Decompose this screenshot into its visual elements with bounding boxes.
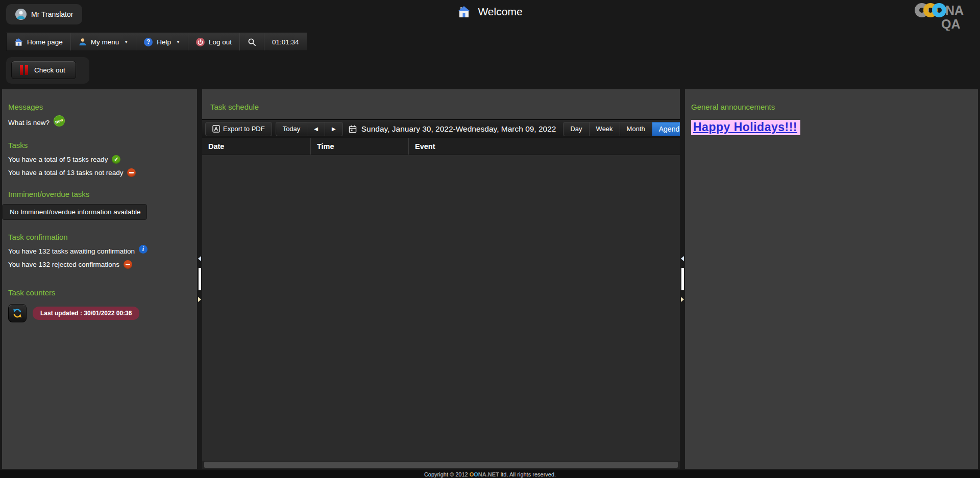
nav-home-label: Home page xyxy=(27,38,63,46)
nav-help[interactable]: ? Help ▼ xyxy=(136,33,188,51)
brand-letter-o1: O xyxy=(470,471,474,477)
view-switcher: Day Week Month Agenda xyxy=(563,122,691,136)
search-icon xyxy=(248,38,256,46)
what-is-new-label: What is new? xyxy=(8,119,50,127)
nav-log-out[interactable]: Log out xyxy=(188,33,240,51)
imminent-section: Imminent/overdue tasks No Imminent/overd… xyxy=(8,190,192,220)
announcements-title: General announcements xyxy=(691,103,973,111)
counters-row: Last updated : 30/01/2022 00:36 xyxy=(8,304,192,322)
search-button[interactable] xyxy=(240,33,264,51)
chevron-down-icon: ▼ xyxy=(176,40,180,44)
date-nav-group: Today ◀ ▶ xyxy=(276,122,343,136)
view-month-label: Month xyxy=(627,125,645,133)
footer: Copyright © 2012 OONA.NET ltd. All right… xyxy=(0,470,980,478)
collapse-right-icon[interactable] xyxy=(681,297,684,302)
prev-icon: ◀ xyxy=(314,126,318,132)
view-day-label: Day xyxy=(570,125,582,133)
home-welcome-icon xyxy=(457,5,471,18)
svg-text:QA: QA xyxy=(941,17,961,31)
checkout-container: Check out xyxy=(6,57,89,84)
power-icon xyxy=(196,38,205,46)
info-icon: i xyxy=(139,245,148,254)
view-week-button[interactable]: Week xyxy=(589,122,620,136)
left-splitter xyxy=(197,89,202,469)
splitter-handle[interactable] xyxy=(681,268,684,290)
view-day-button[interactable]: Day xyxy=(563,122,589,136)
agenda-empty-body xyxy=(202,155,680,461)
today-label: Today xyxy=(283,125,301,133)
tasks-title: Tasks xyxy=(8,141,192,149)
svg-text:NA: NA xyxy=(945,3,964,17)
task-schedule-panel: Task schedule Export to PDF Today xyxy=(202,89,680,469)
brand-letter-o2: O xyxy=(474,471,478,477)
collapse-left-icon[interactable] xyxy=(198,256,201,261)
tasks-ready-row: You have a total of 5 tasks ready ✓ xyxy=(8,155,192,164)
horizontal-scrollbar xyxy=(202,461,680,469)
check-out-label: Check out xyxy=(34,66,65,74)
messages-title: Messages xyxy=(8,103,192,111)
today-button[interactable]: Today xyxy=(276,122,308,136)
page-title-wrap: Welcome xyxy=(0,5,980,18)
check-out-button[interactable]: Check out xyxy=(11,61,76,79)
tasks-section: Tasks You have a total of 5 tasks ready … xyxy=(8,141,192,177)
agenda-table-header: Date Time Event xyxy=(202,138,680,155)
chevron-down-icon: ▼ xyxy=(124,40,128,44)
rejected-label: You have 132 rejected confirmations xyxy=(8,261,119,268)
counters-title: Task counters xyxy=(8,288,192,297)
announcement-message: Happy Holidays!!! xyxy=(691,120,800,135)
tasks-not-ready-label: You have a total of 13 tasks not ready xyxy=(8,169,123,177)
brand-rest: NA.NET xyxy=(478,471,499,477)
view-week-label: Week xyxy=(596,125,613,133)
main-content: Messages What is new? New Tasks You have… xyxy=(0,89,980,469)
new-badge-icon: New xyxy=(54,115,65,127)
confirmation-section: Task confirmation You have 132 tasks awa… xyxy=(8,233,192,269)
calendar-toolbar: Export to PDF Today ◀ ▶ xyxy=(202,119,680,138)
awaiting-label: You have 132 tasks awaiting confirmation xyxy=(8,247,135,255)
calendar-icon xyxy=(349,125,357,133)
collapse-right-icon[interactable] xyxy=(198,297,201,302)
imminent-title: Imminent/overdue tasks xyxy=(8,190,192,198)
copyright-prefix: Copyright © 2012 xyxy=(424,471,470,477)
collapse-left-icon[interactable] xyxy=(681,256,684,261)
left-sidebar: Messages What is new? New Tasks You have… xyxy=(2,89,197,469)
task-schedule-title-band: Task schedule xyxy=(202,89,680,119)
next-button[interactable]: ▶ xyxy=(325,122,343,136)
check-icon: ✓ xyxy=(112,155,120,164)
export-pdf-button[interactable]: Export to PDF xyxy=(205,122,272,136)
messages-section: Messages What is new? New xyxy=(8,103,192,128)
checkout-row: Check out xyxy=(6,57,980,84)
imminent-empty-message: No Imminent/overdue information availabl… xyxy=(2,204,147,220)
announcements-panel: General announcements Happy Holidays!!! xyxy=(685,89,978,469)
nav-my-menu-label: My menu xyxy=(91,38,119,46)
minus-icon xyxy=(127,168,136,177)
splitter-handle[interactable] xyxy=(199,268,201,290)
pause-icon xyxy=(20,65,28,75)
prev-button[interactable]: ◀ xyxy=(307,122,325,136)
column-event: Event xyxy=(409,138,680,155)
view-month-button[interactable]: Month xyxy=(620,122,652,136)
last-updated-badge: Last updated : 30/01/2022 00:36 xyxy=(33,307,139,320)
help-icon: ? xyxy=(144,38,153,46)
what-is-new-link[interactable]: What is new? New xyxy=(8,117,192,128)
date-range-text: Sunday, January 30, 2022-Wednesday, Marc… xyxy=(361,124,556,134)
scrollbar-thumb[interactable] xyxy=(204,462,678,468)
top-header: Mr Translator Welcome NA QA xyxy=(0,0,980,29)
nav-home-page[interactable]: Home page xyxy=(7,33,71,51)
clock-value: 01:01:34 xyxy=(272,38,299,46)
nav-help-label: Help xyxy=(157,38,171,46)
refresh-button[interactable] xyxy=(8,304,27,322)
person-icon xyxy=(79,38,87,46)
refresh-icon xyxy=(12,308,22,318)
nav-my-menu[interactable]: My menu ▼ xyxy=(71,33,136,51)
tasks-ready-label: You have a total of 5 tasks ready xyxy=(8,156,108,163)
confirmation-title: Task confirmation xyxy=(8,233,192,241)
date-range-display: Sunday, January 30, 2022-Wednesday, Marc… xyxy=(349,124,556,134)
column-time: Time xyxy=(311,138,409,155)
page-title: Welcome xyxy=(478,6,522,18)
awaiting-confirmation-row: You have 132 tasks awaiting confirmation… xyxy=(8,247,192,256)
next-icon: ▶ xyxy=(332,126,336,132)
task-schedule-title: Task schedule xyxy=(210,103,672,111)
home-icon xyxy=(14,38,23,46)
right-splitter xyxy=(680,89,685,469)
minus-icon xyxy=(124,260,132,269)
